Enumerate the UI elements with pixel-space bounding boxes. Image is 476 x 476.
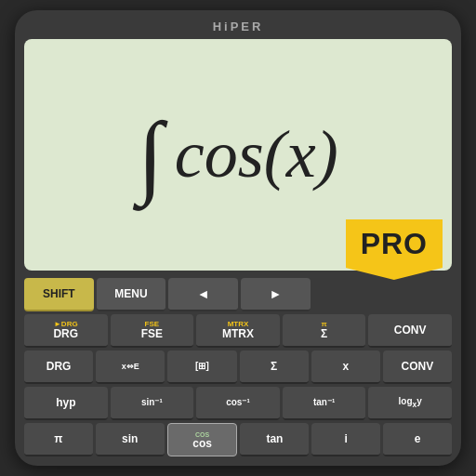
cos-inv-button[interactable]: cos⁻¹ <box>196 387 280 420</box>
hyp-button[interactable]: hyp <box>24 387 108 420</box>
tan-inv-button[interactable]: tan⁻¹ <box>283 387 366 420</box>
mtrx-button[interactable]: MTRX MTRX <box>196 314 280 348</box>
display-screen: ∫ cos(x) PRO <box>24 39 452 271</box>
expression-text: cos(x) <box>175 116 338 193</box>
key-row-5: π sin COS cos tan i e <box>24 423 452 456</box>
shift-button[interactable]: SHIFT <box>24 278 94 311</box>
sigma-button[interactable]: Σ <box>240 350 309 384</box>
pro-badge: PRO <box>346 219 443 280</box>
brand-label: HiPER <box>24 20 452 33</box>
fse-button[interactable]: FSE FSE <box>111 314 194 348</box>
e-button[interactable]: e <box>383 423 452 456</box>
conv-top-button[interactable]: CONV <box>368 314 452 348</box>
key-row-4: hyp sin⁻¹ cos⁻¹ tan⁻¹ logxy <box>24 387 452 420</box>
key-row-3: DRG x⇔E [⊞] Σ x CONV <box>24 350 452 384</box>
calculator: HiPER ∫ cos(x) PRO SHIFT MENU ◄ ► <box>15 10 461 466</box>
cos-button[interactable]: COS cos <box>167 423 238 456</box>
arrow-right-button[interactable]: ► <box>241 278 311 311</box>
bracket-grid-button[interactable]: [⊞] <box>167 350 236 384</box>
tan-button[interactable]: tan <box>240 423 309 456</box>
menu-button[interactable]: MENU <box>97 278 166 311</box>
display-expression: ∫ cos(x) <box>138 109 337 202</box>
x-e-button[interactable]: x⇔E <box>96 350 165 384</box>
key-row-2: ►DRG DRG FSE FSE MTRX MTRX π Σ CONV <box>24 314 452 348</box>
sin-inv-button[interactable]: sin⁻¹ <box>111 387 194 420</box>
integral-symbol: ∫ <box>138 109 163 202</box>
conv-button[interactable]: CONV <box>383 350 452 384</box>
key-row-1: SHIFT MENU ◄ ► <box>24 278 452 311</box>
drg-mode-button[interactable]: ►DRG DRG <box>24 314 108 348</box>
arrow-left-button[interactable]: ◄ <box>168 278 238 311</box>
pi-sub-button[interactable]: π Σ <box>283 314 366 348</box>
i-button[interactable]: i <box>311 423 380 456</box>
drg-button[interactable]: DRG <box>24 350 93 384</box>
keypad: SHIFT MENU ◄ ► ►DRG DRG FSE FSE <box>24 278 452 456</box>
pi-button[interactable]: π <box>24 423 93 456</box>
x-var-button[interactable]: x <box>311 350 380 384</box>
logxy-button[interactable]: logxy <box>368 387 452 420</box>
sin-button[interactable]: sin <box>96 423 165 456</box>
